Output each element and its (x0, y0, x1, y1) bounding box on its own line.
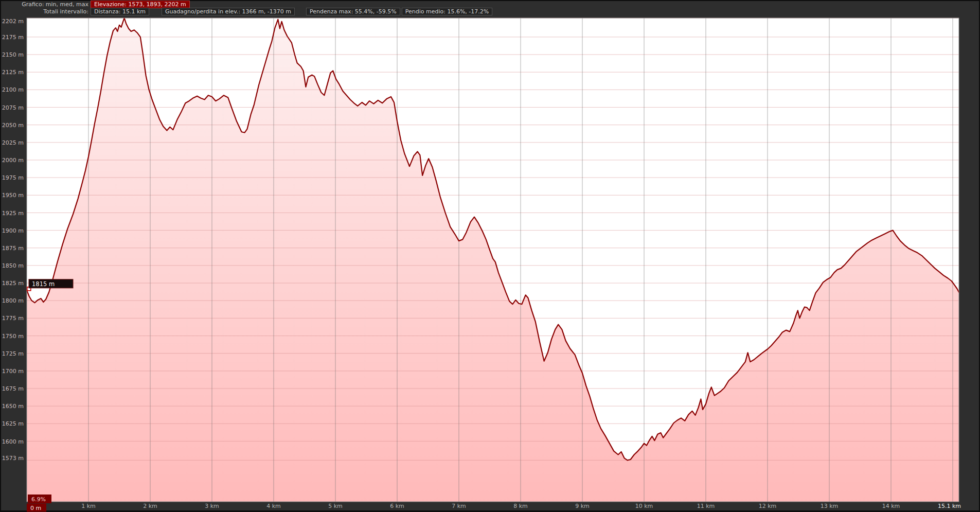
totals-label: Totali intervallo: (0, 8, 88, 15)
y-axis-tick-label: 1925 m (2, 210, 24, 217)
avg-slope-stat-chip: Pendio medio: 15.6%, -17.2% (402, 8, 493, 15)
x-axis-tick-label: 8 km (513, 503, 528, 509)
grade-badge: 6.9% (28, 495, 51, 503)
y-axis-tick-label: 1750 m (2, 333, 24, 340)
x-axis-tick-label: 10 km (635, 503, 653, 509)
y-axis-tick-label: 2175 m (2, 34, 24, 41)
x-axis-tick-label: 4 km (266, 503, 281, 509)
y-axis-tick-label: 1800 m (2, 297, 24, 304)
y-axis-tick-label: 1775 m (2, 315, 24, 322)
x-axis-tick-label: 7 km (452, 503, 466, 509)
stats-row-totals: Totali intervallo: Distanza: 15.1 km Gua… (0, 8, 492, 15)
max-slope-stat-chip: Pendenza max: 55.4%, -59.5% (306, 8, 400, 15)
x-axis-tick-label: 12 km (759, 503, 777, 509)
x-axis-tick-label: 6 km (390, 503, 404, 509)
x-axis-tick-label: 14 km (882, 503, 900, 509)
y-axis-tick-label: 1950 m (2, 192, 24, 199)
x-axis-tick-label: 11 km (697, 503, 715, 509)
elevation-chart[interactable]: 2202 m2175 m2150 m2125 m2100 m2075 m2050… (0, 0, 980, 512)
start-elevation-value: 1815 m (32, 280, 55, 288)
y-axis-tick-label: 1700 m (2, 368, 24, 375)
y-axis-tick-label: 1725 m (2, 350, 24, 357)
x-axis-labels: 1 km2 km3 km4 km5 km6 km7 km8 km9 km10 k… (81, 503, 961, 509)
y-axis-tick-label: 2050 m (2, 122, 24, 129)
y-axis-tick-label: 2000 m (2, 157, 24, 164)
y-axis-tick-label: 1650 m (2, 403, 24, 410)
origin-badge: 0 m (27, 504, 46, 512)
y-axis-labels: 2202 m2175 m2150 m2125 m2100 m2075 m2050… (2, 18, 24, 462)
x-axis-tick-label: 13 km (821, 503, 839, 509)
x-axis-end-label: 15.1 km (938, 503, 961, 509)
graph-stats-label: Grafico: min, med, max (0, 1, 88, 8)
y-axis-tick-label: 2202 m (2, 18, 24, 25)
x-axis-tick-label: 5 km (328, 503, 343, 509)
y-axis-tick-label: 2025 m (2, 139, 24, 146)
elevation-stat-chip: Elevazione: 1573, 1893, 2202 m (91, 1, 190, 8)
y-axis-tick-label: 1900 m (2, 227, 24, 234)
distance-stat-chip: Distanza: 15.1 km (91, 8, 149, 15)
origin-value: 0 m (30, 505, 41, 511)
y-axis-tick-label: 1573 m (2, 455, 24, 462)
y-axis-tick-label: 1600 m (2, 438, 24, 445)
start-elevation-badge: 1815 m (29, 279, 73, 288)
gain-loss-stat-chip: Guadagno/perdita in elev.: 1366 m, -1370… (162, 8, 295, 15)
y-axis-tick-label: 1875 m (2, 245, 24, 252)
stats-row-graph: Grafico: min, med, max Elevazione: 1573,… (0, 1, 190, 8)
x-axis-tick-label: 3 km (205, 503, 219, 509)
y-axis-tick-label: 1675 m (2, 385, 24, 392)
y-axis-tick-label: 2150 m (2, 51, 24, 58)
x-axis-tick-label: 9 km (575, 503, 590, 509)
y-axis-tick-label: 1850 m (2, 262, 24, 269)
elevation-profile-app: { "header": { "row1_label": "Grafico: mi… (0, 0, 980, 512)
x-axis-tick-label: 1 km (81, 503, 96, 509)
x-axis-tick-label: 2 km (143, 503, 157, 509)
grade-value: 6.9% (31, 496, 46, 503)
y-axis-tick-label: 2075 m (2, 104, 24, 111)
y-axis-tick-label: 2100 m (2, 86, 24, 93)
y-axis-tick-label: 1625 m (2, 420, 24, 427)
y-axis-tick-label: 1975 m (2, 174, 24, 181)
y-axis-tick-label: 1825 m (2, 280, 24, 287)
y-axis-tick-label: 2125 m (2, 69, 24, 76)
